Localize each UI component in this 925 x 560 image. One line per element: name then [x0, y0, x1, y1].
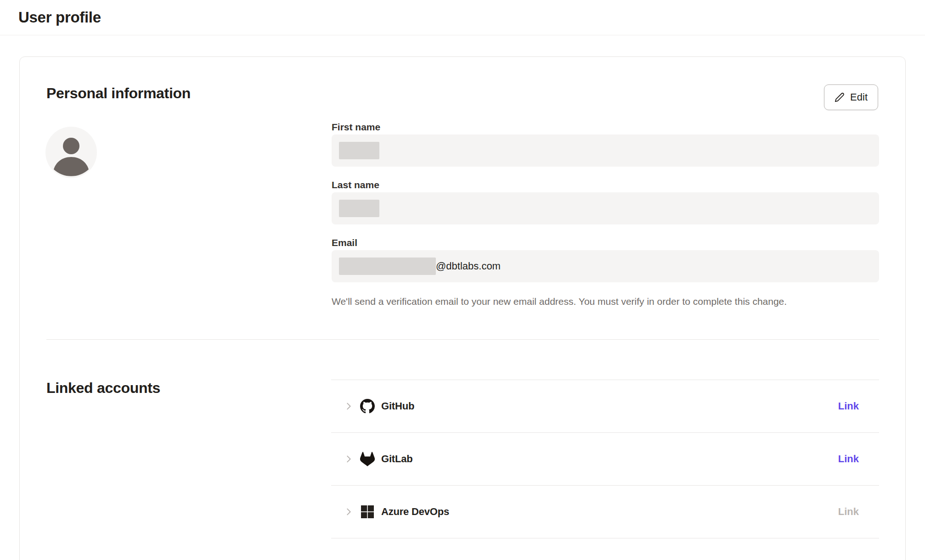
first-name-redacted-value [339, 142, 379, 159]
pencil-icon [835, 92, 845, 102]
personal-info-form: First name Last name Email @dbtlabs.com … [332, 122, 879, 308]
gitlab-icon [360, 452, 375, 466]
first-name-field [332, 134, 879, 167]
linked-account-row-github[interactable]: GitHub Link [331, 380, 879, 433]
chevron-right-icon[interactable] [344, 454, 354, 464]
edit-button-label: Edit [850, 91, 868, 103]
chevron-right-icon[interactable] [344, 507, 354, 517]
person-head-icon [63, 138, 79, 154]
last-name-redacted-value [339, 200, 379, 217]
azure-devops-link-action: Link [838, 506, 859, 518]
last-name-field [332, 192, 879, 224]
linked-account-row-gitlab[interactable]: GitLab Link [331, 433, 879, 486]
email-verification-note: We'll send a verification email to your … [332, 295, 879, 308]
page-header: User profile [0, 0, 925, 35]
linked-accounts-heading: Linked accounts [46, 380, 160, 396]
github-icon [360, 399, 375, 414]
linked-account-row-azure-devops[interactable]: Azure DevOps Link [331, 486, 879, 538]
email-field: @dbtlabs.com [332, 250, 879, 282]
github-link-action[interactable]: Link [838, 400, 859, 412]
edit-button[interactable]: Edit [824, 84, 878, 110]
profile-card: Personal information Edit First name Las… [19, 56, 906, 560]
account-name: GitHub [381, 400, 414, 412]
email-domain-suffix: @dbtlabs.com [436, 260, 501, 272]
first-name-label: First name [332, 122, 879, 133]
email-redacted-value [339, 258, 436, 275]
email-label: Email [332, 237, 879, 248]
account-name: GitLab [381, 453, 412, 465]
gitlab-link-action[interactable]: Link [838, 453, 859, 465]
last-name-label: Last name [332, 179, 879, 190]
avatar [45, 127, 97, 178]
azure-devops-icon [360, 504, 375, 519]
page-title: User profile [18, 9, 101, 26]
account-name: Azure DevOps [381, 506, 449, 518]
linked-accounts-list: GitHub Link GitLab Link [331, 380, 879, 538]
personal-information-heading: Personal information [46, 85, 191, 101]
section-divider [46, 339, 879, 340]
chevron-right-icon[interactable] [344, 401, 354, 411]
